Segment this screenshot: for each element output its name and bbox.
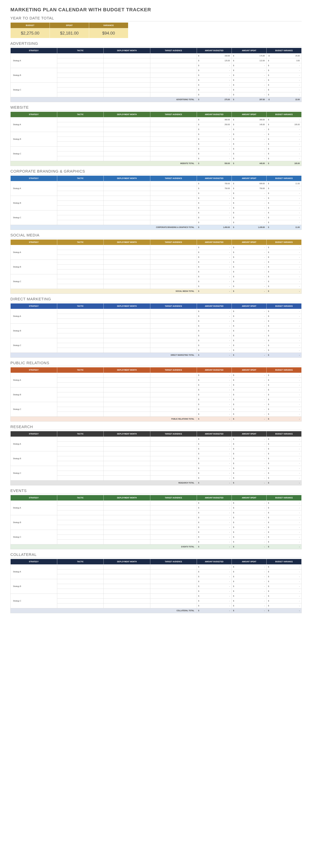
blank-cell [104,78,150,83]
blank-cell [104,461,150,466]
blank-cell [57,78,104,83]
col-header-audience: TARGET AUDIENCE [150,112,197,117]
blank-cell [104,452,150,456]
blank-cell [104,392,150,397]
blank-cell [104,329,150,333]
blank-cell [104,215,150,220]
section-title-advertising: ADVERTISING [10,41,302,47]
blank-cell [104,196,150,201]
blank-cell [57,181,104,186]
amount-cell: $- [232,309,267,314]
ytd-header-budget: BUDGET [10,23,50,28]
blank-cell [104,378,150,383]
blank-cell [104,535,150,539]
blank-cell [57,461,104,466]
blank-cell [104,265,150,270]
amount-cell: $- [232,245,267,250]
amount-cell: $- [197,437,232,442]
amount-cell: $- [232,569,267,574]
section-table-website: STRATEGYTACTICDEPLOYMENT MONTHTARGET AUD… [10,112,302,166]
table-row: Strategy C$-$-$- [10,210,302,215]
amount-cell: $- [267,579,302,584]
amount-cell: $- [267,274,302,279]
amount-cell: $- [267,539,302,545]
blank-cell [104,442,150,446]
amount-cell: $145.00 [232,122,267,127]
amount-cell: $- [197,510,232,515]
amount-cell: $- [267,245,302,250]
amount-cell: $150.00 [197,54,232,58]
total-label: WEBSITE TOTAL [10,161,197,166]
amount-cell: $- [232,397,267,402]
strategy-cell: Strategy B [10,132,57,147]
amount-cell: $- [197,78,232,83]
blank-cell [150,461,197,466]
section-title-research: RESEARCH [10,425,302,430]
blank-cell [104,343,150,348]
blank-cell [57,466,104,471]
amount-cell: $- [232,388,267,392]
table-row: Strategy A$-$-$- [10,501,302,505]
amount-cell: $- [232,132,267,137]
blank-cell [104,412,150,416]
total-row: ADVERTISING TOTAL$275.00$297.00-$22.00 [10,97,302,102]
blank-cell [150,191,197,196]
blank-cell [150,314,197,319]
col-header-month: DEPLOYMENT MONTH [104,495,150,501]
amount-cell: $- [232,201,267,206]
blank-cell [104,594,150,598]
amount-cell: $- [232,525,267,530]
amount-cell: $1,439.00 [232,225,267,230]
blank-cell [57,196,104,201]
amount-cell: $- [267,608,302,613]
strategy-cell: Strategy B [10,68,57,83]
blank-cell [57,373,104,378]
blank-cell [104,373,150,378]
amount-cell: $- [197,68,232,73]
blank-cell [150,127,197,132]
col-header-budgeted: AMOUNT BUDGETED [197,240,232,245]
amount-cell: $- [267,594,302,598]
blank-cell [57,471,104,476]
amount-cell: $- [232,584,267,589]
blank-cell [150,442,197,446]
amount-cell: $- [232,348,267,353]
amount-cell: $- [267,117,302,122]
col-header-spent: AMOUNT SPENT [232,304,267,309]
amount-cell: $- [232,446,267,452]
blank-cell [104,525,150,530]
blank-cell [104,147,150,151]
amount-cell: $105.00 [267,161,302,166]
blank-cell [57,333,104,338]
col-header-spent: AMOUNT SPENT [232,48,267,54]
amount-cell: $- [232,338,267,343]
amount-cell: $- [232,452,267,456]
amount-cell: $- [197,564,232,569]
amount-cell: $445.00 [232,161,267,166]
amount-cell: $- [232,515,267,520]
amount-cell: $- [267,452,302,456]
col-header-spent: AMOUNT SPENT [232,112,267,117]
blank-cell [57,314,104,319]
amount-cell: $- [232,594,267,598]
blank-cell [150,598,197,603]
total-label: EVENTS TOTAL [10,545,197,549]
strategy-cell: Strategy C [10,594,57,608]
blank-cell [150,279,197,284]
amount-cell: $- [197,412,232,416]
amount-cell: $- [232,314,267,319]
amount-cell: $- [197,83,232,88]
table-row: Strategy A$-$-$- [10,437,302,442]
blank-cell [150,397,197,402]
blank-cell [150,471,197,476]
blank-cell [150,412,197,416]
amount-cell: $- [232,456,267,461]
blank-cell [150,186,197,191]
blank-cell [104,92,150,97]
total-row: CORPORATE BRANDING & GRAPHICS TOTAL$1,45… [10,225,302,230]
blank-cell [57,265,104,270]
col-header-strategy: STRATEGY [10,48,57,54]
col-header-spent: AMOUNT SPENT [232,495,267,501]
blank-cell [104,156,150,161]
amount-cell: $- [232,535,267,539]
